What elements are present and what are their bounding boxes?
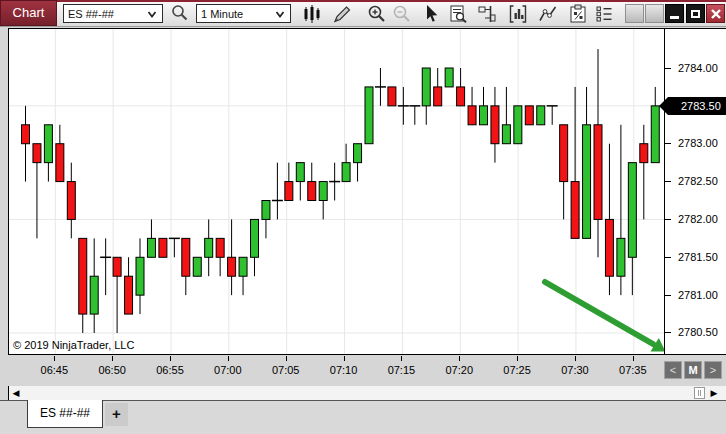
minimize-button[interactable] <box>665 4 684 23</box>
x-axis-label: 07:20 <box>438 364 480 376</box>
candle <box>398 87 409 125</box>
maximize-button[interactable] <box>686 4 705 23</box>
y-axis-label: 2782.00 <box>678 213 718 225</box>
y-axis-label: 2781.50 <box>678 251 718 263</box>
horizontal-scrollbar[interactable]: ◀ ▶ <box>8 386 726 400</box>
y-axis-tick <box>665 295 671 296</box>
candle-body <box>365 87 373 144</box>
chart-style-button[interactable] <box>300 2 324 26</box>
scroll-right-button[interactable]: > <box>704 361 722 379</box>
x-axis-label: 07:05 <box>265 364 307 376</box>
candle <box>617 125 625 295</box>
candle <box>375 68 386 106</box>
candle-body <box>583 125 591 239</box>
time-axis[interactable]: < M > 06:4506:5006:5507:0007:0507:1007:1… <box>0 355 726 385</box>
scrollbar-left-arrow-icon[interactable]: ◀ <box>10 387 22 399</box>
candle <box>409 106 420 125</box>
instrument-search-button[interactable] <box>168 2 192 26</box>
candle <box>547 106 558 125</box>
candle <box>525 106 533 125</box>
axis-mode-button[interactable]: M <box>684 361 702 379</box>
candle <box>468 87 476 125</box>
candle-body <box>445 68 453 87</box>
zoom-in-icon <box>366 3 388 25</box>
cursor-button[interactable] <box>418 2 442 26</box>
candle <box>79 238 87 333</box>
data-box-button[interactable] <box>446 2 470 26</box>
candle <box>457 68 465 106</box>
candle-body <box>468 106 476 125</box>
candle-body <box>136 257 144 295</box>
candle <box>319 182 327 220</box>
chart-trader-button[interactable] <box>475 2 499 26</box>
candle <box>628 163 636 295</box>
draw-line-button[interactable] <box>536 2 560 26</box>
candle-body <box>605 219 613 276</box>
candle <box>571 87 579 238</box>
zoom-in-button[interactable] <box>365 2 389 26</box>
candle <box>285 163 293 201</box>
candle-body <box>537 106 545 125</box>
tab-es-instrument[interactable]: ES ##-## <box>27 400 103 428</box>
interval-selector[interactable]: 1 Minute <box>196 4 291 23</box>
x-axis-label: 07:30 <box>554 364 596 376</box>
scroll-left-button[interactable]: < <box>664 361 682 379</box>
strategies-icon <box>567 3 589 25</box>
strategies-button[interactable] <box>566 2 590 26</box>
maximize-icon <box>691 10 700 18</box>
indicators-icon <box>507 3 529 25</box>
candle-body <box>239 257 247 276</box>
indicators-button[interactable] <box>506 2 530 26</box>
data-box-icon <box>447 3 469 25</box>
x-axis-label: 07:10 <box>323 364 365 376</box>
candle <box>22 106 30 182</box>
properties-button[interactable] <box>592 2 616 26</box>
candle-body <box>354 144 362 163</box>
candle-body <box>159 238 167 257</box>
candle <box>342 144 350 182</box>
x-axis-tick <box>286 356 287 361</box>
candle-body <box>457 87 465 106</box>
candle-body <box>640 144 648 163</box>
y-axis-tick <box>665 181 671 182</box>
chevron-down-icon <box>146 8 158 20</box>
instrument-link-button[interactable] <box>625 4 644 23</box>
drawing-tools-button[interactable] <box>330 2 354 26</box>
candle-body <box>525 106 533 125</box>
candle <box>640 125 648 220</box>
candle-body <box>216 238 224 257</box>
candle <box>605 144 613 295</box>
candle <box>480 87 488 125</box>
instrument-selector[interactable]: ES ##-## <box>63 4 163 23</box>
close-button[interactable] <box>706 4 725 23</box>
candle-body <box>182 238 190 276</box>
candle-body <box>514 106 522 144</box>
candle-body <box>571 182 579 239</box>
chevron-down-icon <box>274 8 286 20</box>
x-axis-label: 06:45 <box>33 364 75 376</box>
candle <box>296 163 304 201</box>
candle-body <box>44 125 52 163</box>
candle-body <box>434 87 442 106</box>
scrollbar-thumb[interactable] <box>694 387 705 399</box>
candle <box>205 219 213 276</box>
candle-body <box>422 68 430 106</box>
candle <box>491 87 499 163</box>
x-axis-tick <box>228 356 229 361</box>
interval-link-button[interactable] <box>645 4 664 23</box>
candle-body <box>125 276 133 314</box>
x-axis-tick <box>401 356 402 361</box>
add-tab-button[interactable]: + <box>105 403 128 426</box>
candle <box>100 238 111 295</box>
candle <box>445 68 453 87</box>
price-axis[interactable]: 2783.50 2784.002783.502783.002782.502782… <box>664 29 726 354</box>
zoom-out-button[interactable] <box>390 2 414 26</box>
chart-plot-area[interactable]: © 2019 NinjaTrader, LLC <box>9 29 664 354</box>
x-axis-tick <box>517 356 518 361</box>
candle-body <box>491 106 499 144</box>
y-axis-label: 2781.00 <box>678 289 718 301</box>
candle <box>262 200 270 238</box>
titlebar-accent-line <box>0 0 726 2</box>
scrollbar-right-arrow-icon[interactable]: ▶ <box>708 387 720 399</box>
minimize-icon <box>670 16 679 19</box>
